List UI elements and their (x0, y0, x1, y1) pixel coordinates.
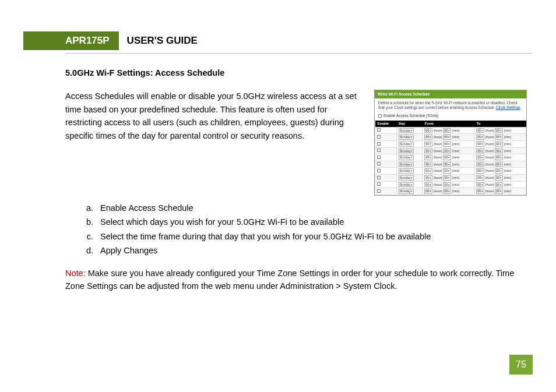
to-hour-select[interactable]: 00 (476, 168, 484, 174)
screenshot-description: Define a schedule for when the 5-GHz Wi-… (375, 98, 526, 112)
from-hour-select[interactable]: 00 (424, 155, 432, 160)
from-hour-select[interactable]: 00 (424, 149, 432, 154)
from-hour-select[interactable]: 00 (424, 162, 432, 167)
schedule-row: Sunday00 (hour) 00 (min)00 (hour) 00 (mi… (375, 141, 526, 148)
col-to: To (474, 121, 526, 128)
row-enable-checkbox[interactable] (377, 169, 381, 172)
to-hour-select[interactable]: 00 (476, 142, 484, 147)
note-text: Make sure you have already configured yo… (65, 269, 514, 291)
from-min-select[interactable]: 00 (443, 168, 451, 174)
screenshot-title: 5GHz Wi-Fi Access Schedule (375, 90, 526, 98)
from-hour-select[interactable]: 00 (424, 128, 432, 133)
day-select[interactable]: Sunday (399, 135, 414, 140)
from-hour-select[interactable]: 00 (424, 168, 432, 174)
from-min-select[interactable]: 00 (443, 182, 451, 188)
to-min-select[interactable]: 00 (495, 189, 503, 194)
document-title: USER'S GUIDE (119, 31, 206, 50)
to-min-select[interactable]: 00 (495, 135, 503, 140)
row-enable-checkbox[interactable] (377, 135, 381, 139)
from-min-select[interactable]: 00 (443, 135, 451, 140)
note-paragraph: Note: Make sure you have already configu… (65, 267, 527, 293)
schedule-row: Sunday00 (hour) 00 (min)00 (hour) 00 (mi… (375, 188, 526, 195)
step-item: Enable Access Schedule (96, 202, 527, 214)
day-select[interactable]: Sunday (399, 189, 414, 194)
day-select[interactable]: Sunday (399, 149, 414, 154)
to-hour-select[interactable]: 00 (476, 175, 484, 181)
step-item: Apply Changes (96, 244, 527, 257)
to-hour-select[interactable]: 00 (476, 135, 484, 140)
day-select[interactable]: Sunday (399, 182, 414, 188)
to-min-select[interactable]: 00 (495, 168, 503, 174)
schedule-row: Sunday00 (hour) 00 (min)00 (hour) 00 (mi… (375, 181, 526, 188)
from-min-select[interactable]: 00 (443, 189, 451, 194)
from-hour-select[interactable]: 00 (424, 182, 432, 188)
schedule-table: Enable Day From To Sunday00 (hour) 00 (m… (375, 121, 526, 195)
to-min-select[interactable]: 00 (495, 162, 503, 167)
row-enable-checkbox[interactable] (377, 176, 381, 179)
col-day: Day (396, 121, 423, 128)
intro-paragraph: Access Schedules will enable or disable … (65, 90, 361, 142)
row-enable-checkbox[interactable] (377, 189, 381, 193)
row-enable-checkbox[interactable] (377, 162, 381, 165)
from-min-select[interactable]: 00 (443, 142, 451, 147)
from-min-select[interactable]: 00 (443, 128, 451, 133)
note-label: Note: (65, 269, 86, 278)
schedule-row: Sunday00 (hour) 00 (min)00 (hour) 00 (mi… (375, 161, 526, 168)
col-from: From (423, 121, 474, 128)
to-min-select[interactable]: 00 (495, 142, 503, 147)
to-hour-select[interactable]: 00 (476, 149, 484, 154)
from-hour-select[interactable]: 00 (424, 142, 432, 147)
schedule-row: Sunday00 (hour) 00 (min)00 (hour) 00 (mi… (375, 175, 526, 182)
row-enable-checkbox[interactable] (377, 142, 381, 146)
to-min-select[interactable]: 00 (495, 175, 503, 181)
from-hour-select[interactable]: 00 (424, 189, 432, 194)
from-hour-select[interactable]: 00 (424, 175, 432, 181)
step-item: Select which days you wish for your 5.0G… (96, 216, 527, 228)
day-select[interactable]: Sunday (399, 128, 414, 133)
page-number: 75 (509, 355, 533, 375)
day-select[interactable]: Sunday (399, 162, 414, 167)
from-min-select[interactable]: 00 (443, 149, 451, 154)
to-hour-select[interactable]: 00 (476, 162, 484, 167)
step-item: Select the time frame during that day th… (96, 230, 527, 243)
to-hour-select[interactable]: 00 (476, 189, 484, 194)
day-select[interactable]: Sunday (399, 175, 414, 181)
from-min-select[interactable]: 00 (443, 155, 451, 160)
settings-screenshot: 5GHz Wi-Fi Access Schedule Define a sche… (374, 90, 527, 195)
row-enable-checkbox[interactable] (377, 182, 381, 186)
row-enable-checkbox[interactable] (377, 128, 381, 132)
clock-settings-link[interactable]: Clock Settings (496, 105, 520, 110)
row-enable-checkbox[interactable] (377, 156, 381, 159)
from-hour-select[interactable]: 00 (424, 135, 432, 140)
col-enable: Enable (375, 121, 397, 128)
to-hour-select[interactable]: 00 (476, 182, 484, 188)
day-select[interactable]: Sunday (399, 155, 414, 160)
to-hour-select[interactable]: 00 (476, 128, 484, 133)
schedule-row: Sunday00 (hour) 00 (min)00 (hour) 00 (mi… (375, 127, 526, 134)
enable-schedule-checkbox[interactable] (378, 114, 382, 118)
enable-schedule-label: Enable Access Schedule (5GHz) (383, 114, 438, 118)
to-min-select[interactable]: 00 (495, 155, 503, 160)
product-model: APR175P (23, 31, 119, 50)
steps-list: Enable Access Schedule Select which days… (96, 202, 527, 257)
to-hour-select[interactable]: 00 (476, 155, 484, 160)
day-select[interactable]: Sunday (399, 142, 414, 147)
schedule-row: Sunday00 (hour) 00 (min)00 (hour) 00 (mi… (375, 168, 526, 175)
to-min-select[interactable]: 00 (495, 149, 503, 154)
from-min-select[interactable]: 00 (443, 175, 451, 181)
schedule-row: Sunday00 (hour) 00 (min)00 (hour) 00 (mi… (375, 134, 526, 141)
day-select[interactable]: Sunday (399, 168, 414, 174)
enable-schedule-row: Enable Access Schedule (5GHz) (375, 112, 526, 121)
to-min-select[interactable]: 00 (495, 182, 503, 188)
row-enable-checkbox[interactable] (377, 149, 381, 152)
section-heading: 5.0GHz Wi-F Settings: Access Schedule (65, 66, 527, 79)
schedule-row: Sunday00 (hour) 00 (min)00 (hour) 00 (mi… (375, 147, 526, 154)
document-header: APR175P USER'S GUIDE (65, 31, 533, 50)
schedule-row: Sunday00 (hour) 00 (min)00 (hour) 00 (mi… (375, 154, 526, 161)
from-min-select[interactable]: 00 (443, 162, 451, 167)
to-min-select[interactable]: 00 (495, 128, 503, 133)
header-divider (65, 53, 533, 54)
